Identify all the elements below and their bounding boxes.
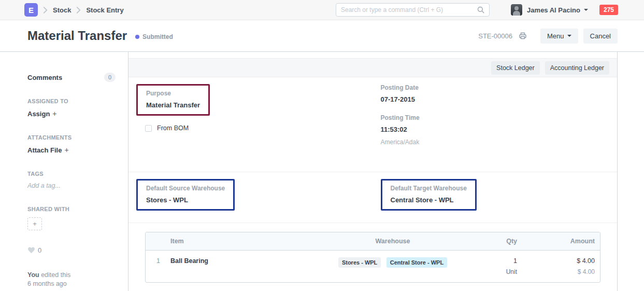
section-items: Item Warehouse Qty Amount 1 Ball Bearing… <box>128 223 617 291</box>
notification-badge[interactable]: 275 <box>599 5 618 15</box>
breadcrumb-chevron-icon <box>76 7 81 13</box>
target-warehouse-field: Default Target Warehouse Central Store -… <box>381 179 477 211</box>
uom-value: Unit <box>476 268 517 275</box>
section-purpose-posting: Purpose Material Transfer From BOM Posti… <box>128 77 617 172</box>
source-warehouse-value: Stores - WPL <box>146 196 225 204</box>
items-grid-header: Item Warehouse Qty Amount <box>146 232 600 251</box>
breadcrumb-stock-entry[interactable]: Stock Entry <box>86 6 123 14</box>
accounting-ledger-button[interactable]: Accounting Ledger <box>545 61 609 75</box>
timezone-text: America/Adak <box>381 138 610 146</box>
col-header-item: Item <box>165 232 315 251</box>
basic-amount-value: $ 4.00 <box>527 268 595 275</box>
attach-file-button[interactable]: Attach File+ <box>27 146 116 154</box>
amount-cell: $ 4.00 $ 4.00 <box>522 251 600 283</box>
cancel-button[interactable]: Cancel <box>583 29 618 44</box>
qty-value: 1 <box>476 257 517 265</box>
target-warehouse-value: Central Store - WPL <box>391 196 467 204</box>
user-dropdown[interactable]: James Al Pacino <box>527 6 580 14</box>
form-layout-main: Stock Ledger Accounting Ledger Purpose M… <box>128 52 618 291</box>
page-title: Material Transfer <box>27 29 127 43</box>
status-dot-icon <box>135 35 139 39</box>
purpose-field: Purpose Material Transfer <box>136 84 210 116</box>
target-warehouse-tag: Central Store - WPL <box>387 257 447 268</box>
tags-heading: TAGS <box>27 171 116 177</box>
printer-icon[interactable] <box>519 32 527 40</box>
assign-label: Assign <box>27 110 50 118</box>
document-id: STE-00006 <box>478 32 512 40</box>
last-edited-info: You edited this 6 months ago <box>27 271 116 288</box>
comments-count-badge: 0 <box>104 73 116 82</box>
app-logo-letter: E <box>28 6 34 15</box>
attachments-heading: ATTACHMENTS <box>27 134 116 141</box>
source-warehouse-field: Default Source Warehouse Stores - WPL <box>136 179 235 211</box>
col-header-amount: Amount <box>522 232 600 251</box>
status-text: Submitted <box>142 33 173 40</box>
assigned-to-heading: ASSIGNED TO <box>27 98 116 104</box>
add-share-button[interactable]: + <box>27 217 42 230</box>
menu-button[interactable]: Menu <box>540 29 578 44</box>
attach-file-label: Attach File <box>27 146 62 154</box>
target-warehouse-label: Default Target Warehouse <box>391 185 467 192</box>
items-grid-row[interactable]: 1 Ball Bearing Stores - WPL Central Stor… <box>146 251 600 283</box>
posting-time-field: Posting Time 11:53:02 <box>381 114 610 133</box>
row-index: 1 <box>146 251 165 283</box>
like-button[interactable]: 0 <box>27 246 116 254</box>
stock-ledger-button[interactable]: Stock Ledger <box>491 61 540 75</box>
page-actions: STE-00006 Menu Cancel <box>478 29 618 44</box>
breadcrumb-stock[interactable]: Stock <box>53 6 71 14</box>
caret-down-icon <box>567 35 571 37</box>
search-input[interactable] <box>341 6 477 13</box>
global-search <box>336 3 490 17</box>
plus-icon: + <box>52 109 56 118</box>
page-head: Material Transfer Submitted STE-00006 Me… <box>0 20 644 52</box>
plus-icon: + <box>33 220 37 228</box>
edited-when: 6 months ago <box>27 280 67 287</box>
assign-button[interactable]: Assign+ <box>27 109 116 118</box>
status-badge: Submitted <box>135 33 173 40</box>
plus-icon: + <box>64 146 68 154</box>
navbar-user-area: James Al Pacino 275 <box>511 4 618 16</box>
column-right: Default Target Warehouse Central Store -… <box>373 179 618 223</box>
from-bom-checkbox[interactable] <box>145 125 152 132</box>
likes-count: 0 <box>38 246 41 254</box>
section-warehouses: Default Source Warehouse Stores - WPL De… <box>128 172 617 223</box>
from-bom-field: From BOM <box>145 124 365 132</box>
sidebar-item-comments[interactable]: Comments 0 <box>27 73 116 82</box>
breadcrumb-chevron-icon <box>43 7 48 13</box>
items-grid: Item Warehouse Qty Amount 1 Ball Bearing… <box>145 232 600 283</box>
col-header-idx <box>146 232 165 251</box>
posting-date-value: 07-17-2015 <box>381 95 610 103</box>
edited-action: edited this <box>41 271 70 279</box>
column-right: Posting Date 07-17-2015 Posting Time 11:… <box>373 84 618 172</box>
menu-button-label: Menu <box>547 32 564 40</box>
amount-value: $ 4.00 <box>527 257 595 265</box>
item-name: Ball Bearing <box>165 251 315 283</box>
app-logo[interactable]: E <box>24 3 38 17</box>
comments-label: Comments <box>27 74 62 81</box>
navbar: E Stock Stock Entry James Al Pacino 275 <box>0 0 644 20</box>
posting-time-value: 11:53:02 <box>381 126 610 133</box>
posting-time-label: Posting Time <box>381 114 610 121</box>
add-tag-input[interactable]: Add a tag... <box>27 182 116 189</box>
heart-icon <box>27 247 35 254</box>
form-sidebar: Comments 0 ASSIGNED TO Assign+ ATTACHMEN… <box>0 52 128 291</box>
column-left: Default Source Warehouse Stores - WPL <box>128 179 373 223</box>
source-warehouse-tag: Stores - WPL <box>338 257 381 268</box>
warehouse-tags: Stores - WPL Central Store - WPL <box>315 251 470 283</box>
document-links-toolbar: Stock Ledger Accounting Ledger <box>128 58 617 77</box>
qty-cell: 1 Unit <box>470 251 522 283</box>
col-header-qty: Qty <box>470 232 522 251</box>
purpose-value: Material Transfer <box>146 101 200 109</box>
user-avatar[interactable] <box>511 4 522 16</box>
purpose-label: Purpose <box>146 90 200 97</box>
posting-date-label: Posting Date <box>381 84 610 91</box>
posting-date-field: Posting Date 07-17-2015 <box>381 84 610 103</box>
source-warehouse-label: Default Source Warehouse <box>146 185 225 192</box>
caret-down-icon <box>584 9 588 11</box>
col-header-warehouse: Warehouse <box>315 232 470 251</box>
from-bom-label: From BOM <box>157 124 189 132</box>
column-left: Purpose Material Transfer From BOM <box>128 84 373 172</box>
shared-with-heading: SHARED WITH <box>27 206 116 212</box>
page-body: Comments 0 ASSIGNED TO Assign+ ATTACHMEN… <box>0 52 644 291</box>
search-icon <box>477 6 484 13</box>
